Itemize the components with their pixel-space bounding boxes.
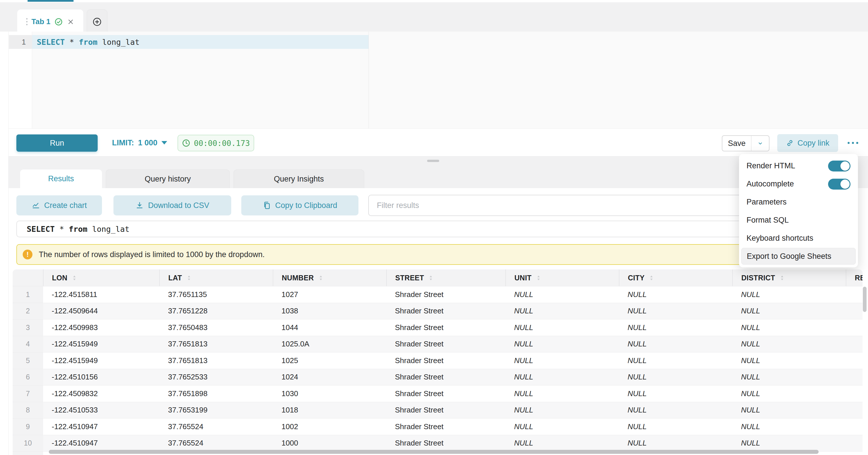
cell-unit: NULL bbox=[505, 303, 619, 320]
caret-down-icon bbox=[161, 141, 167, 145]
sort-icon bbox=[73, 275, 76, 281]
table-row[interactable]: 1 -122.4515811 37.7651135 1027 Shrader S… bbox=[13, 286, 863, 303]
header-lon[interactable]: LON bbox=[43, 269, 159, 286]
tab-query-history[interactable]: Query history bbox=[106, 170, 230, 188]
timer-value: 00:00:00.173 bbox=[194, 139, 250, 148]
sql-workbench-app: Tab 1 1 SELECT * bbox=[0, 0, 868, 455]
table-row[interactable]: 7 -122.4509832 37.7651898 1030 Shrader S… bbox=[13, 385, 863, 402]
sql-text: * bbox=[55, 224, 69, 234]
menu-item-export-google-sheets[interactable]: Export to Google Sheets bbox=[741, 248, 856, 265]
download-csv-button[interactable]: Download to CSV bbox=[114, 195, 231, 215]
save-button[interactable]: Save bbox=[722, 136, 751, 151]
table-row[interactable]: 10 -122.4510947 37.765524 1000 Shrader S… bbox=[13, 435, 863, 452]
execution-timer-badge: 00:00:00.173 bbox=[178, 135, 254, 151]
header-city[interactable]: CITY bbox=[619, 269, 733, 286]
sql-editor[interactable]: 1 SELECT * from long_lat bbox=[9, 32, 868, 128]
cell-lat: 37.7651813 bbox=[159, 353, 273, 369]
cell-city: NULL bbox=[619, 386, 733, 402]
more-options-button[interactable] bbox=[844, 139, 862, 147]
cell-street: Shrader Street bbox=[386, 419, 505, 435]
menu-item-keyboard-shortcuts[interactable]: Keyboard shortcuts bbox=[739, 229, 858, 247]
add-tab-button[interactable] bbox=[87, 9, 107, 34]
cell-number: 1038 bbox=[273, 303, 386, 320]
table-row[interactable]: 8 -122.4510533 37.7653199 1018 Shrader S… bbox=[13, 402, 863, 419]
cell-unit: NULL bbox=[505, 286, 619, 303]
header-region[interactable]: RE bbox=[846, 269, 863, 286]
menu-item-label: Format SQL bbox=[746, 216, 789, 224]
table-row[interactable]: 6 -122.4510156 37.7652533 1024 Shrader S… bbox=[13, 369, 863, 386]
menu-item-parameters[interactable]: Parameters bbox=[739, 193, 858, 211]
cell-unit: NULL bbox=[505, 369, 619, 386]
top-loading-bar bbox=[28, 0, 73, 2]
row-number: 1 bbox=[13, 286, 43, 303]
editor-pane-divider bbox=[369, 32, 369, 128]
cell-city: NULL bbox=[619, 320, 733, 336]
cell-street: Shrader Street bbox=[386, 402, 505, 419]
cell-street: Shrader Street bbox=[386, 369, 505, 386]
header-unit[interactable]: UNIT bbox=[505, 269, 619, 286]
menu-item-label: Keyboard shortcuts bbox=[746, 234, 813, 243]
menu-item-format-sql[interactable]: Format SQL bbox=[739, 211, 858, 229]
render-html-toggle[interactable] bbox=[828, 160, 850, 172]
header-district[interactable]: DISTRICT bbox=[733, 269, 846, 286]
save-split-button: Save bbox=[722, 135, 770, 151]
cell-city: NULL bbox=[619, 435, 733, 452]
results-table: LON LAT NUMBER STREET UNIT CITY DISTRICT… bbox=[13, 269, 863, 455]
close-tab-icon[interactable] bbox=[67, 18, 74, 26]
tab-query-insights[interactable]: Query Insights bbox=[234, 170, 364, 188]
copy-link-button[interactable]: Copy link bbox=[777, 134, 838, 152]
copy-to-clipboard-button[interactable]: Copy to Clipboard bbox=[241, 195, 359, 215]
sort-icon bbox=[537, 275, 540, 281]
cell-city: NULL bbox=[619, 419, 733, 435]
autocomplete-toggle[interactable] bbox=[828, 179, 850, 189]
cell-city: NULL bbox=[619, 402, 733, 419]
sql-text bbox=[87, 224, 92, 234]
header-lat[interactable]: LAT bbox=[159, 269, 273, 286]
header-number[interactable]: NUMBER bbox=[273, 269, 386, 286]
tab-drag-handle-icon[interactable] bbox=[26, 18, 28, 25]
chart-icon bbox=[32, 201, 40, 210]
table-row[interactable]: 4 -122.4515949 37.7651813 1025.0A Shrade… bbox=[13, 336, 863, 353]
vertical-scrollbar-thumb[interactable] bbox=[863, 287, 867, 312]
save-options-button[interactable] bbox=[751, 136, 769, 151]
horizontal-scrollbar-thumb[interactable] bbox=[49, 450, 818, 454]
cell-street: Shrader Street bbox=[386, 435, 505, 452]
cell-number: 1025.0A bbox=[273, 336, 386, 353]
create-chart-button[interactable]: Create chart bbox=[17, 195, 102, 215]
table-row[interactable]: 5 -122.4515949 37.7651813 1025 Shrader S… bbox=[13, 352, 863, 369]
cell-street: Shrader Street bbox=[386, 320, 505, 336]
cell-region bbox=[846, 386, 863, 402]
options-menu: Render HTML Autocomplete Parameters Form… bbox=[739, 154, 858, 267]
header-street[interactable]: STREET bbox=[386, 269, 505, 286]
table-row[interactable]: 3 -122.4509983 37.7650483 1044 Shrader S… bbox=[13, 319, 863, 336]
run-button[interactable]: Run bbox=[17, 134, 98, 152]
cell-lon: -122.4509644 bbox=[43, 303, 159, 320]
cell-number: 1044 bbox=[273, 320, 386, 336]
cell-street: Shrader Street bbox=[386, 386, 505, 402]
cell-number: 1002 bbox=[273, 419, 386, 435]
download-icon bbox=[135, 201, 144, 210]
table-row[interactable]: 2 -122.4509644 37.7651228 1038 Shrader S… bbox=[13, 303, 863, 320]
cell-region bbox=[846, 402, 863, 419]
table-body: 1 -122.4515811 37.7651135 1027 Shrader S… bbox=[13, 286, 863, 455]
table-row[interactable]: 9 -122.4510947 37.765524 1002 Shrader St… bbox=[13, 418, 863, 435]
cell-region bbox=[846, 303, 863, 320]
sort-icon bbox=[187, 275, 191, 281]
warning-text: The number of rows displayed is limited … bbox=[39, 250, 265, 259]
cell-street: Shrader Street bbox=[386, 286, 505, 303]
cell-region bbox=[846, 435, 863, 452]
pane-resize-handle[interactable] bbox=[427, 160, 439, 162]
menu-item-render-html[interactable]: Render HTML bbox=[739, 157, 858, 175]
tab-1[interactable]: Tab 1 bbox=[17, 9, 83, 34]
limit-dropdown[interactable]: LIMIT: 1 000 bbox=[112, 129, 167, 157]
row-number: 4 bbox=[13, 336, 43, 353]
table-header: LON LAT NUMBER STREET UNIT CITY DISTRICT… bbox=[13, 269, 863, 286]
cell-district: NULL bbox=[733, 336, 846, 353]
tab-results[interactable]: Results bbox=[20, 170, 102, 188]
run-toolbar: Run LIMIT: 1 000 00:00:00.173 Save bbox=[0, 128, 868, 156]
menu-item-autocomplete[interactable]: Autocomplete bbox=[739, 175, 858, 193]
cell-lat: 37.7651228 bbox=[159, 303, 273, 320]
header-label: RE bbox=[855, 274, 863, 282]
cell-district: NULL bbox=[733, 419, 846, 435]
chevron-down-icon bbox=[757, 140, 764, 147]
